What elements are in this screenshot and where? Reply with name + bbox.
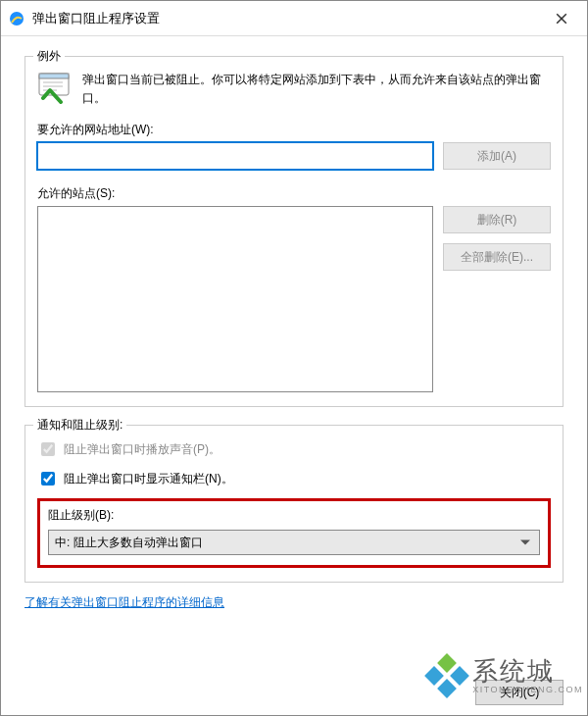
title-bar: 弹出窗口阻止程序设置 <box>1 1 587 36</box>
learn-more-link[interactable]: 了解有关弹出窗口阻止程序的详细信息 <box>24 594 224 611</box>
watermark: 系统城 XITONGCHENG.COM <box>427 656 583 695</box>
svg-rect-4 <box>39 74 69 78</box>
blocking-level-label: 阻止级别(B): <box>48 507 540 524</box>
allowed-sites-row: 删除(R) 全部删除(E)... <box>37 206 551 392</box>
notification-group: 通知和阻止级别: 阻止弹出窗口时播放声音(P)。 阻止弹出窗口时显示通知栏(N)… <box>24 425 564 583</box>
info-row: 弹出窗口当前已被阻止。你可以将特定网站添加到下表中，从而允许来自该站点的弹出窗口… <box>37 69 551 108</box>
allowed-sites-listbox[interactable] <box>37 206 433 392</box>
window-close-button[interactable] <box>540 4 583 33</box>
popup-allowed-icon <box>37 69 73 104</box>
close-icon <box>556 13 567 25</box>
watermark-logo-icon <box>427 656 466 695</box>
dialog-body: 例外 弹出窗口当前已被阻止。你可以将特定网站添加到下表中，从而允许来自该站点的弹… <box>1 36 587 621</box>
blocking-level-select[interactable]: 中: 阻止大多数自动弹出窗口 <box>48 530 540 555</box>
address-row: 添加(A) <box>37 142 551 170</box>
play-sound-checkbox[interactable] <box>41 442 55 456</box>
play-sound-label: 阻止弹出窗口时播放声音(P)。 <box>64 441 220 458</box>
notification-header: 通知和阻止级别: <box>33 417 126 434</box>
exceptions-header: 例外 <box>33 48 65 65</box>
add-button[interactable]: 添加(A) <box>443 142 551 170</box>
info-text: 弹出窗口当前已被阻止。你可以将特定网站添加到下表中，从而允许来自该站点的弹出窗口… <box>82 69 551 108</box>
blocking-level-area: 阻止级别(B): 中: 阻止大多数自动弹出窗口 <box>37 498 551 568</box>
allowed-sites-label: 允许的站点(S): <box>37 185 551 202</box>
show-bar-checkbox[interactable] <box>41 472 55 486</box>
remove-all-button[interactable]: 全部删除(E)... <box>443 243 551 271</box>
watermark-main: 系统城 <box>472 658 583 684</box>
ie-icon <box>9 11 24 26</box>
address-label: 要允许的网站地址(W): <box>37 122 551 138</box>
watermark-sub: XITONGCHENG.COM <box>472 686 583 694</box>
dialog-window: 弹出窗口阻止程序设置 例外 <box>0 0 588 716</box>
window-title: 弹出窗口阻止程序设置 <box>32 10 540 27</box>
remove-button[interactable]: 删除(R) <box>443 206 551 233</box>
address-input[interactable] <box>37 142 433 170</box>
watermark-text: 系统城 XITONGCHENG.COM <box>472 658 583 694</box>
show-bar-label: 阻止弹出窗口时显示通知栏(N)。 <box>64 471 233 487</box>
play-sound-row[interactable]: 阻止弹出窗口时播放声音(P)。 <box>37 439 551 459</box>
side-button-column: 删除(R) 全部删除(E)... <box>443 206 551 271</box>
show-bar-row[interactable]: 阻止弹出窗口时显示通知栏(N)。 <box>37 469 551 488</box>
exceptions-group: 例外 弹出窗口当前已被阻止。你可以将特定网站添加到下表中，从而允许来自该站点的弹… <box>24 56 564 407</box>
blocking-level-select-wrap: 中: 阻止大多数自动弹出窗口 <box>48 530 540 555</box>
